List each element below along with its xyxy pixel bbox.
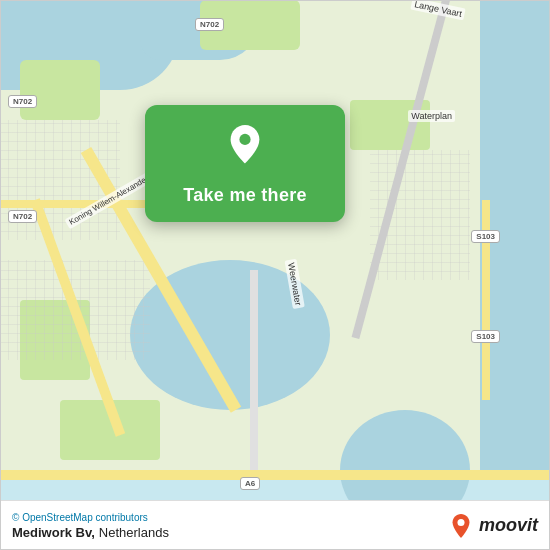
moovit-text: moovit — [479, 515, 538, 536]
svg-point-1 — [457, 518, 464, 525]
osm-attribution: © OpenStreetMap contributors — [12, 512, 169, 523]
take-me-there-card[interactable]: Take me there — [145, 105, 345, 222]
s103-badge-bottom: S103 — [471, 330, 500, 343]
n702-badge-left: N702 — [8, 95, 37, 108]
location-country: Netherlands — [99, 525, 169, 540]
green-area-1 — [20, 60, 100, 120]
n702-badge-top: N702 — [195, 18, 224, 31]
road-vertical-1 — [250, 270, 258, 470]
a6-badge: A6 — [240, 477, 260, 490]
osm-link[interactable]: © OpenStreetMap contributors — [12, 512, 148, 523]
waterplan-label: Waterplan — [408, 110, 455, 122]
moovit-pin-icon — [447, 514, 475, 538]
road-a6 — [0, 470, 550, 480]
water-right-canal — [480, 0, 550, 550]
location-name: Mediwork Bv, — [12, 525, 95, 540]
s103-badge-top: S103 — [471, 230, 500, 243]
map-background: N702 N702 N702 S103 S103 A6 Lange Vaart … — [0, 0, 550, 550]
bottom-bar: © OpenStreetMap contributors Mediwork Bv… — [0, 500, 550, 550]
map-container: N702 N702 N702 S103 S103 A6 Lange Vaart … — [0, 0, 550, 550]
take-me-there-label: Take me there — [183, 185, 307, 206]
n702-badge-side: N702 — [8, 210, 37, 223]
svg-point-0 — [239, 134, 250, 145]
location-pin-icon — [221, 125, 269, 173]
moovit-logo: moovit — [447, 514, 538, 538]
